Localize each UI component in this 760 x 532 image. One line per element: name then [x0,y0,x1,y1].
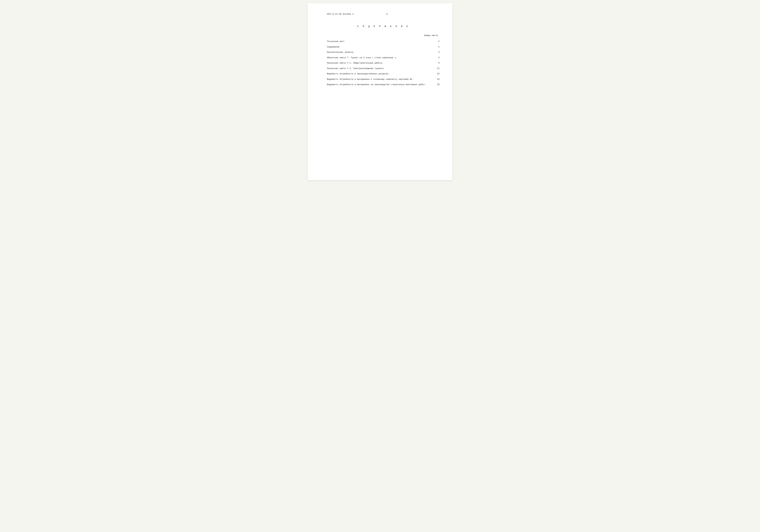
row-page: 5 [435,62,440,64]
table-row: Объектная смета 7. Туалет на 2 очка ( ст… [327,56,440,59]
table-row: Содержание2 [327,45,440,49]
table-row: Ведомость потребности в производственных… [327,72,440,75]
row-title: Объектная смета 7. Туалет на 2 очка ( ст… [327,56,435,59]
doc-code: 503-8-14.86 Альбом 2 [327,13,354,15]
row-page: 2 [435,46,440,48]
table-row: Локальная смета 7-2. Электроосвещение ту… [327,67,440,70]
row-title: Локальная смета 7-1. Общестроительные ра… [327,62,435,65]
row-page: I [435,40,440,43]
row-page: I3 [435,73,440,75]
row-title: Ведомость потребности в производственных… [327,72,435,75]
column-header: Номер листа [327,34,440,37]
table-row: Локальная смета 7-1. Общестроительные ра… [327,62,440,65]
row-page: I4 [435,78,440,80]
table-row: Титульный листI [327,40,440,43]
row-title: Ведомость потребности в материалах к осн… [327,78,435,81]
table-row: Ведомость потребности в материалах к осн… [327,78,440,81]
row-title: Локальная смета 7-2. Электроосвещение ту… [327,67,435,70]
title-section: С О Д Е Р Ж А Н И Е [327,25,440,28]
row-page: II [435,67,440,70]
row-page: 3 [435,51,440,53]
table-row: Пояснительная записка.3 [327,51,440,54]
row-title: Ведомость потребности в материалах на пр… [327,83,435,86]
document-page: 503-8-14.86 Альбом 2 2 С О Д Е Р Ж А Н И… [308,3,452,180]
table-row: Ведомость потребности в материалах на пр… [327,83,440,86]
row-title: Пояснительная записка. [327,51,435,54]
row-page: 4 [435,57,440,59]
row-page: I6 [435,83,440,86]
row-title: Титульный лист [327,40,435,43]
page-number-top: 2 [354,13,420,16]
page-title: С О Д Е Р Ж А Н И Е [327,25,440,28]
row-title: Содержание [327,45,435,49]
top-bar: 503-8-14.86 Альбом 2 2 [327,13,440,16]
content-table: Номер листа Титульный листIСодержание2По… [327,34,440,86]
